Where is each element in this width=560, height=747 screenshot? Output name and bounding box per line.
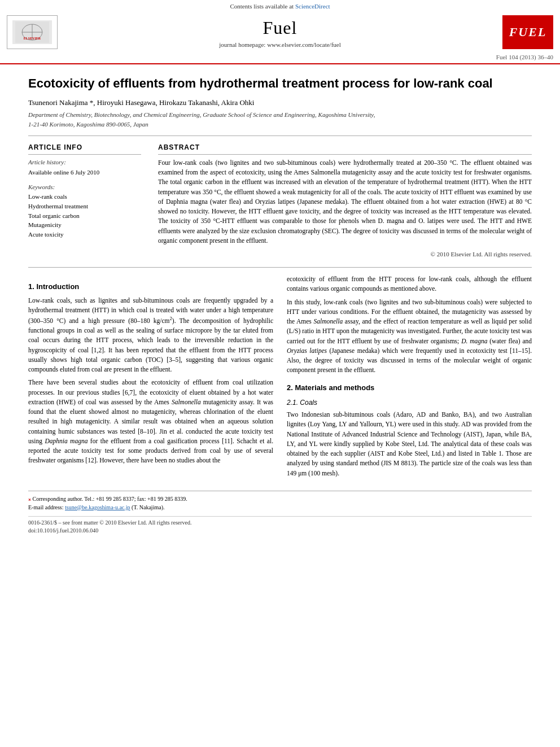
- doi-text: doi:10.1016/j.fuel.2010.06.040: [28, 527, 532, 535]
- abstract-label: ABSTRACT: [158, 143, 532, 154]
- keyword-5: Acute toxicity: [28, 230, 141, 239]
- copyright-line: © 2010 Elsevier Ltd. All rights reserved…: [158, 250, 532, 259]
- journal-title: Fuel: [58, 15, 502, 41]
- fuel-logo: FUEL: [502, 15, 553, 49]
- body-columns: 1. Introduction Low-rank coals, such as …: [28, 274, 532, 482]
- article-meta: ARTICLE INFO Article history: Available …: [28, 143, 532, 259]
- email-suffix: (T. Nakajima).: [132, 504, 164, 510]
- keywords-label: Keywords:: [28, 183, 141, 192]
- divider-2: [28, 267, 532, 268]
- history-label: Article history:: [28, 158, 141, 167]
- intro-para-3: ecotoxicity of effluent from the HTT pro…: [287, 274, 532, 294]
- keyword-4: Mutagenicity: [28, 221, 141, 230]
- body-right-col: ecotoxicity of effluent from the HTT pro…: [287, 274, 532, 482]
- elsevier-logo: ELSEVIER: [7, 15, 58, 49]
- abstract-panel: ABSTRACT Four low-rank coals (two lignit…: [158, 143, 532, 259]
- email-label: E-mail address:: [28, 504, 63, 510]
- abstract-text: Four low-rank coals (two lignites and tw…: [158, 158, 532, 246]
- sciencedirect-text: Contents lists available at: [230, 3, 294, 10]
- svg-text:ELSEVIER: ELSEVIER: [24, 37, 41, 40]
- journal-header: Contents lists available at ScienceDirec…: [0, 0, 560, 64]
- footnote-star: ⁎: [28, 496, 31, 502]
- affiliation-line1: Department of Chemistry, Biotechnology, …: [28, 111, 532, 119]
- email-link[interactable]: tsune@be.kagoshima-u.ac.jp: [65, 504, 130, 510]
- subsection21-heading: 2.1. Coals: [287, 397, 532, 408]
- article-info-label: ARTICLE INFO: [28, 143, 141, 154]
- intro-para-1: Low-rank coals, such as lignites and sub…: [28, 296, 273, 375]
- section1-heading: 1. Introduction: [28, 281, 273, 292]
- intro-para-4: In this study, low-rank coals (two ligni…: [287, 298, 532, 375]
- sciencedirect-link[interactable]: ScienceDirect: [295, 3, 330, 10]
- coals-para: Two Indonesian sub-bituminous coals (Ada…: [287, 410, 532, 478]
- article-info-panel: ARTICLE INFO Article history: Available …: [28, 143, 141, 259]
- sciencedirect-bar: Contents lists available at ScienceDirec…: [0, 0, 560, 12]
- affiliation-line2: 1-21-40 Korimoto, Kagoshima 890-0065, Ja…: [28, 120, 532, 129]
- main-content: Ecotoxicity of effluents from hydrotherm…: [0, 64, 560, 547]
- journal-banner: ELSEVIER Fuel journal homepage: www.else…: [0, 12, 560, 52]
- issn-line: 0016-2361/$ – see front matter © 2010 El…: [28, 519, 532, 527]
- keyword-2: Hydrothermal treatment: [28, 202, 141, 211]
- keyword-3: Total organic carbon: [28, 212, 141, 221]
- intro-para-2: There have been several studies about th…: [28, 378, 273, 465]
- volume-info: Fuel 104 (2013) 36–40: [0, 52, 560, 63]
- footnote-section: ⁎ Corresponding author. Tel.: +81 99 285…: [28, 491, 532, 512]
- body-left-col: 1. Introduction Low-rank coals, such as …: [28, 274, 273, 482]
- elsevier-logo-image: ELSEVIER: [12, 20, 52, 44]
- journal-name-center: Fuel journal homepage: www.elsevier.com/…: [58, 15, 502, 50]
- author-names: Tsunenori Nakajima *, Hiroyuki Hasegawa,…: [28, 98, 254, 107]
- divider-1: [28, 136, 532, 136]
- authors: Tsunenori Nakajima *, Hiroyuki Hasegawa,…: [28, 98, 532, 108]
- doi-section: 0016-2361/$ – see front matter © 2010 El…: [28, 516, 532, 535]
- article-title: Ecotoxicity of effluents from hydrotherm…: [28, 76, 532, 92]
- available-online: Available online 6 July 2010: [28, 168, 141, 177]
- journal-homepage: journal homepage: www.elsevier.com/locat…: [58, 41, 502, 50]
- section2-heading: 2. Materials and methods: [287, 382, 532, 394]
- keyword-1: Low-rank coals: [28, 193, 141, 202]
- corresponding-text: Corresponding author. Tel.: +81 99 285 8…: [33, 496, 187, 502]
